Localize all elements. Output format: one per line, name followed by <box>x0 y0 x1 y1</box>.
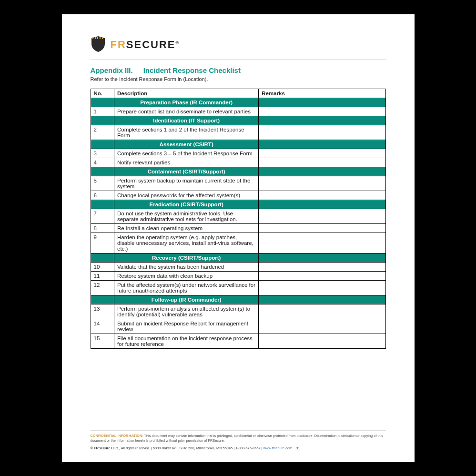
cell-no: 15 <box>91 334 114 348</box>
table-row: 7Do not use the system administrative to… <box>91 209 385 223</box>
table-row: 10Validate that the system has been hard… <box>91 262 385 271</box>
cell-remarks <box>259 319 385 334</box>
col-remarks: Remarks <box>259 89 385 98</box>
brand-header: FRSECURE® <box>91 35 386 54</box>
page-content: FRSECURE® Appendix III.Incident Response… <box>62 14 415 462</box>
cell-desc: Complete sections 3 – 5 of the Incident … <box>114 149 259 158</box>
svg-rect-4 <box>102 37 103 39</box>
section-blank <box>259 140 385 149</box>
table-row: 15File all documentation on the incident… <box>91 334 385 348</box>
table-row: 2Complete sections 1 and 2 of the Incide… <box>91 125 385 140</box>
page-number: 31 <box>296 446 300 451</box>
cell-no: 9 <box>91 233 114 253</box>
brand-wordmark: FRSECURE® <box>111 39 179 51</box>
cell-no: 7 <box>91 209 114 223</box>
viewport: FRSECURE® Appendix III.Incident Response… <box>0 0 476 476</box>
table-header-row: No. Description Remarks <box>91 89 385 98</box>
table-row: 12Put the affected system(s) under netwo… <box>91 280 385 295</box>
appendix-subtext: Refer to the Incident Response Form in (… <box>91 76 386 82</box>
cell-no: 4 <box>91 158 114 167</box>
col-desc: Description <box>114 89 259 98</box>
confidential-label: CONFIDENTIAL INFORMATION: <box>91 434 143 438</box>
section-blank <box>259 167 385 176</box>
cell-no: 6 <box>91 191 114 200</box>
table-row: 13Perform post-mortem analysis on affect… <box>91 304 385 319</box>
table-row: 11Restore system data with clean backup <box>91 271 385 280</box>
appendix-heading: Appendix III.Incident Response Checklist <box>91 66 386 74</box>
brand-registered: ® <box>176 40 179 45</box>
cell-desc: Submit an Incident Response Report for m… <box>114 319 259 334</box>
cell-desc: Complete sections 1 and 2 of the Inciden… <box>114 125 259 140</box>
section-blank <box>259 98 385 107</box>
section-label: Containment (CSIRT/Support) <box>114 167 259 176</box>
brand-name-post: SECURE <box>126 39 176 51</box>
section-blank <box>91 200 114 209</box>
section-row: Follow-up (IR Commander) <box>91 295 385 304</box>
cell-desc: Notify relevant parties. <box>114 158 259 167</box>
cell-desc: Prepare contact list and disseminate to … <box>114 107 259 116</box>
cell-no: 5 <box>91 176 114 191</box>
divider <box>91 59 386 60</box>
confidentiality-notice: CONFIDENTIAL INFORMATION: This document … <box>91 434 386 443</box>
svg-rect-1 <box>95 37 96 39</box>
footer-link[interactable]: www.frsecure.com <box>263 446 292 450</box>
cell-remarks <box>259 271 385 280</box>
cell-remarks <box>259 209 385 223</box>
shield-icon <box>91 35 106 54</box>
section-blank <box>91 140 114 149</box>
section-row: Eradication (CSIRT/Support) <box>91 200 385 209</box>
section-label: Eradication (CSIRT/Support) <box>114 200 259 209</box>
cell-no: 1 <box>91 107 114 116</box>
appendix-number: Appendix III. <box>91 66 133 74</box>
cell-no: 10 <box>91 262 114 271</box>
section-label: Recovery (CSIRT/Support) <box>114 253 259 262</box>
section-blank <box>91 98 114 107</box>
section-blank <box>259 295 385 304</box>
cell-desc: Restore system data with clean backup <box>114 271 259 280</box>
table-row: 9Harden the operating system (e.g. apply… <box>91 233 385 253</box>
cell-desc: Do not use the system administrative too… <box>114 209 259 223</box>
cell-no: 11 <box>91 271 114 280</box>
cell-desc: Harden the operating system (e.g. apply … <box>114 233 259 253</box>
svg-rect-0 <box>92 37 93 39</box>
cell-remarks <box>259 280 385 295</box>
cell-no: 12 <box>91 280 114 295</box>
section-row: Identification (IT Support) <box>91 116 385 125</box>
section-row: Recovery (CSIRT/Support) <box>91 253 385 262</box>
table-row: 1Prepare contact list and disseminate to… <box>91 107 385 116</box>
cell-remarks <box>259 149 385 158</box>
checklist-table: No. Description Remarks Preparation Phas… <box>91 89 386 349</box>
section-blank <box>91 295 114 304</box>
cell-remarks <box>259 334 385 348</box>
table-row: 14Submit an Incident Response Report for… <box>91 319 385 334</box>
section-blank <box>259 200 385 209</box>
footer-divider <box>91 430 386 431</box>
section-label: Follow-up (IR Commander) <box>114 295 259 304</box>
cell-no: 13 <box>91 304 114 319</box>
section-row: Preparation Phase (IR Commander) <box>91 98 385 107</box>
col-no: No. <box>91 89 114 98</box>
cell-no: 2 <box>91 125 114 140</box>
cell-desc: Put the affected system(s) under network… <box>114 280 259 295</box>
section-label: Identification (IT Support) <box>114 116 259 125</box>
cell-no: 14 <box>91 319 114 334</box>
section-row: Assessment (CSIRT) <box>91 140 385 149</box>
cell-no: 3 <box>91 149 114 158</box>
cell-desc: Validate that the system has been harden… <box>114 262 259 271</box>
cell-remarks <box>259 158 385 167</box>
table-row: 3Complete sections 3 – 5 of the Incident… <box>91 149 385 158</box>
page-sheet: FRSECURE® Appendix III.Incident Response… <box>62 14 415 462</box>
cell-remarks <box>259 125 385 140</box>
table-row: 8Re-install a clean operating system <box>91 223 385 233</box>
section-blank <box>91 116 114 125</box>
cell-remarks <box>259 191 385 200</box>
appendix-title: Incident Response Checklist <box>143 66 241 74</box>
cell-remarks <box>259 304 385 319</box>
cell-remarks <box>259 107 385 116</box>
cell-desc: Change local passwords for the affected … <box>114 191 259 200</box>
section-blank <box>91 167 114 176</box>
brand-name-pre: FR <box>111 39 126 51</box>
footer-copyright: © FRSecure LLC., <box>91 446 121 450</box>
cell-desc: Perform system backup to maintain curren… <box>114 176 259 191</box>
section-row: Containment (CSIRT/Support) <box>91 167 385 176</box>
